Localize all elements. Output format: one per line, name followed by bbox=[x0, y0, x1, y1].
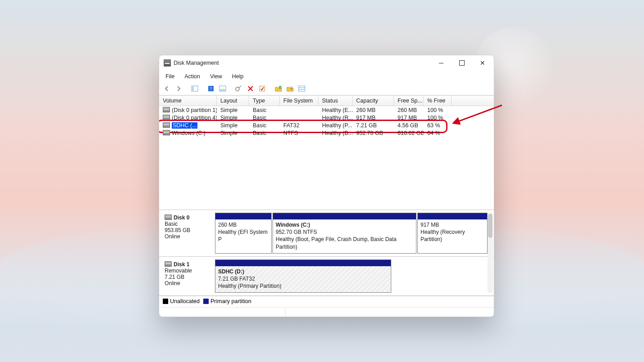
maximize-button[interactable] bbox=[452, 55, 472, 71]
volume-row[interactable]: (Disk 0 partition 4)SimpleBasicHealthy (… bbox=[159, 114, 494, 121]
scrollbar[interactable] bbox=[487, 213, 493, 293]
properties-button[interactable] bbox=[257, 84, 267, 93]
volume-name: SDHC (... bbox=[172, 122, 197, 129]
volume-name: (Disk 0 partition 4) bbox=[172, 115, 217, 121]
disk-label: Disk 1 bbox=[174, 261, 189, 268]
partition[interactable]: SDHC (D:)7.21 GB FAT32Healthy (Primary P… bbox=[215, 259, 391, 293]
volume-status: Healthy (P... bbox=[318, 122, 353, 129]
col-status[interactable]: Status bbox=[318, 96, 353, 106]
swatch-blue-icon bbox=[203, 299, 209, 304]
partition-title: Windows (C:) bbox=[276, 221, 413, 228]
menu-help[interactable]: Help bbox=[230, 72, 246, 80]
volume-row[interactable]: SDHC (...SimpleBasicFAT32Healthy (P...7.… bbox=[159, 121, 494, 129]
new-folder-button[interactable] bbox=[273, 84, 283, 93]
partition[interactable]: Windows (C:)952.70 GB NTFSHealthy (Boot,… bbox=[273, 213, 416, 254]
disk-block[interactable]: Disk 1Removable7.21 GBOnlineSDHC (D:)7.2… bbox=[159, 257, 494, 296]
forward-button[interactable] bbox=[174, 84, 183, 93]
close-icon: ✕ bbox=[480, 60, 485, 66]
col-free[interactable]: Free Sp... bbox=[394, 96, 424, 106]
tree-pane-icon bbox=[191, 85, 198, 92]
menu-file[interactable]: File bbox=[164, 72, 176, 80]
volume-layout: Simple bbox=[217, 122, 249, 129]
partition-size: 7.21 GB FAT32 bbox=[218, 275, 388, 282]
partition-status: Healthy (Primary Partition) bbox=[218, 282, 388, 290]
col-type[interactable]: Type bbox=[249, 96, 280, 106]
partition-status: Healthy (Boot, Page File, Crash Dump, Ba… bbox=[276, 236, 413, 250]
arrow-left-icon bbox=[164, 85, 170, 92]
menu-action[interactable]: Action bbox=[183, 72, 202, 80]
svg-line-7 bbox=[239, 86, 241, 88]
partition-size: 952.70 GB NTFS bbox=[276, 228, 413, 236]
help-button[interactable]: ? bbox=[206, 84, 216, 93]
volume-pfree: 100 % bbox=[424, 115, 452, 121]
swatch-black-icon bbox=[163, 299, 168, 304]
volume-type: Basic bbox=[249, 130, 280, 136]
settings-pane-icon bbox=[219, 85, 226, 92]
properties-icon bbox=[259, 85, 265, 92]
legend-primary: Primary partition bbox=[203, 298, 251, 304]
window-title: Disk Management bbox=[174, 60, 219, 66]
legend-unallocated: Unallocated bbox=[163, 298, 200, 304]
volume-free: 4.56 GB bbox=[394, 122, 424, 129]
window-controls: ✕ bbox=[431, 55, 493, 71]
volume-type: Basic bbox=[249, 115, 280, 121]
permissions-button[interactable] bbox=[285, 84, 295, 93]
col-volume[interactable]: Volume bbox=[159, 96, 217, 106]
app-icon bbox=[164, 59, 171, 67]
col-pfree[interactable]: % Free bbox=[424, 96, 452, 106]
svg-rect-11 bbox=[299, 86, 305, 91]
minimize-button[interactable] bbox=[431, 55, 452, 71]
refresh-button[interactable] bbox=[234, 84, 244, 93]
volume-capacity: 952.70 GB bbox=[353, 130, 394, 136]
volume-name: Windows (C:) bbox=[172, 130, 206, 136]
disk-size: 953.85 GB bbox=[165, 227, 211, 233]
partition[interactable]: 260 MBHealthy (EFI System P bbox=[215, 213, 272, 254]
disk-state: Online bbox=[165, 280, 211, 286]
partition-status: Healthy (EFI System P bbox=[218, 228, 268, 243]
partition-title: SDHC (D:) bbox=[218, 268, 388, 275]
volume-layout: Simple bbox=[217, 107, 249, 113]
col-capacity[interactable]: Capacity bbox=[353, 96, 394, 106]
volume-status: Healthy (R... bbox=[318, 115, 353, 121]
volume-capacity: 7.21 GB bbox=[353, 122, 394, 129]
volume-type: Basic bbox=[249, 122, 280, 129]
volume-row[interactable]: Windows (C:)SimpleBasicNTFSHealthy (B...… bbox=[159, 129, 494, 137]
show-hide-tree-button[interactable] bbox=[190, 84, 200, 93]
svg-rect-5 bbox=[219, 89, 226, 91]
list-view-button[interactable] bbox=[297, 84, 307, 93]
volume-free: 917 MB bbox=[394, 115, 424, 121]
maximize-icon bbox=[459, 60, 465, 66]
delete-icon bbox=[247, 85, 254, 92]
help-icon: ? bbox=[208, 85, 214, 92]
volume-list-header: Volume Layout Type File System Status Ca… bbox=[159, 95, 494, 106]
volume-row[interactable]: (Disk 0 partition 1)SimpleBasicHealthy (… bbox=[159, 106, 494, 114]
scrollbar-thumb[interactable] bbox=[488, 214, 492, 238]
minimize-icon bbox=[439, 63, 443, 63]
partitions: 260 MBHealthy (EFI System PWindows (C:)9… bbox=[215, 213, 491, 254]
col-padding bbox=[452, 96, 494, 106]
svg-point-6 bbox=[236, 87, 239, 91]
volume-list[interactable]: (Disk 0 partition 1)SimpleBasicHealthy (… bbox=[159, 106, 494, 210]
disk-block[interactable]: Disk 0Basic953.85 GBOnline260 MBHealthy … bbox=[159, 210, 494, 257]
graphical-view[interactable]: Disk 0Basic953.85 GBOnline260 MBHealthy … bbox=[159, 210, 494, 296]
disk-state: Online bbox=[165, 233, 211, 240]
svg-rect-1 bbox=[192, 86, 194, 91]
menu-view[interactable]: View bbox=[208, 72, 224, 80]
back-button[interactable] bbox=[162, 84, 172, 93]
disk-info: Disk 0Basic953.85 GBOnline bbox=[162, 213, 213, 254]
partition[interactable]: 917 MBHealthy (Recovery Partition) bbox=[417, 213, 487, 254]
settings-button[interactable] bbox=[218, 84, 228, 93]
titlebar[interactable]: Disk Management ✕ bbox=[159, 55, 494, 71]
delete-button[interactable] bbox=[246, 84, 255, 93]
menubar: File Action View Help bbox=[159, 71, 494, 83]
col-fs[interactable]: File System bbox=[280, 96, 318, 106]
folder-key-icon bbox=[286, 85, 294, 92]
partition-size: 260 MB bbox=[218, 221, 268, 228]
col-layout[interactable]: Layout bbox=[217, 96, 249, 106]
disk-info: Disk 1Removable7.21 GBOnline bbox=[162, 259, 213, 293]
volume-free: 610.02 GB bbox=[394, 130, 424, 136]
svg-text:?: ? bbox=[210, 86, 212, 91]
disk-label: Disk 0 bbox=[174, 215, 189, 221]
volume-pfree: 63 % bbox=[424, 122, 452, 129]
close-button[interactable]: ✕ bbox=[472, 55, 493, 71]
